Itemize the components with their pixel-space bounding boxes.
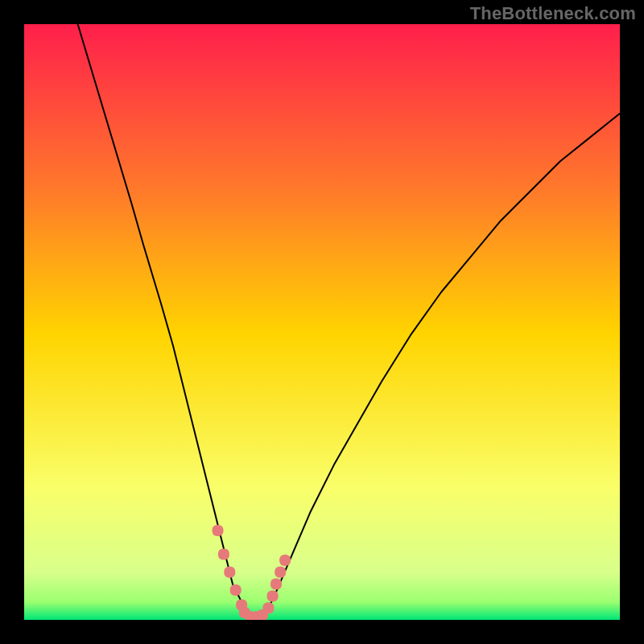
marker-point [279, 555, 291, 566]
marker-point [270, 579, 282, 590]
marker-point [218, 549, 229, 560]
marker-point [267, 590, 279, 601]
marker-point [213, 525, 224, 536]
plot-area [24, 24, 620, 620]
chart-frame: TheBottleneck.com [0, 0, 644, 644]
watermark-text: TheBottleneck.com [470, 3, 636, 24]
marker-point [230, 584, 242, 596]
chart-svg [24, 24, 620, 620]
marker-point [262, 602, 274, 613]
marker-point [275, 567, 286, 578]
marker-point [224, 567, 235, 578]
plot-background [24, 24, 620, 620]
